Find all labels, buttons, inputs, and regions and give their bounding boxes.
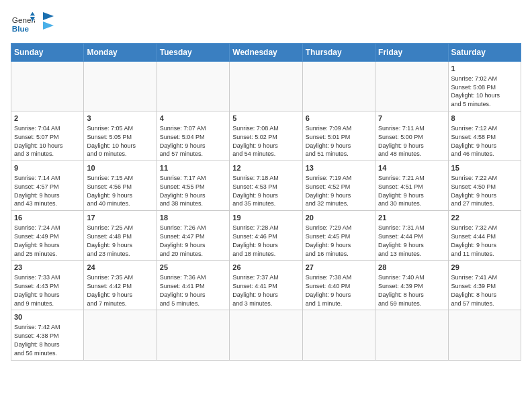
calendar-cell: 22Sunrise: 7:32 AM Sunset: 4:44 PM Dayli… (448, 211, 521, 261)
day-info: Sunrise: 7:11 AM Sunset: 5:00 PM Dayligh… (378, 125, 425, 157)
calendar-cell: 13Sunrise: 7:19 AM Sunset: 4:52 PM Dayli… (302, 161, 375, 211)
day-info: Sunrise: 7:18 AM Sunset: 4:53 PM Dayligh… (232, 175, 279, 207)
calendar-cell: 21Sunrise: 7:31 AM Sunset: 4:44 PM Dayli… (375, 211, 448, 261)
calendar-cell: 15Sunrise: 7:22 AM Sunset: 4:50 PM Dayli… (448, 161, 521, 211)
day-info: Sunrise: 7:33 AM Sunset: 4:43 PM Dayligh… (14, 274, 60, 306)
calendar-cell (230, 62, 302, 111)
calendar-cell: 16Sunrise: 7:24 AM Sunset: 4:49 PM Dayli… (11, 211, 84, 261)
weekday-header-monday: Monday (84, 44, 157, 62)
weekday-header-saturday: Saturday (448, 44, 521, 62)
calendar-cell (157, 310, 229, 360)
calendar-cell (84, 310, 157, 360)
calendar-cell (157, 62, 229, 111)
day-number: 18 (160, 213, 226, 223)
logo: General Blue (11, 11, 54, 35)
calendar-header-row: SundayMondayTuesdayWednesdayThursdayFrid… (11, 44, 521, 62)
calendar-cell: 26Sunrise: 7:37 AM Sunset: 4:41 PM Dayli… (230, 261, 302, 310)
svg-text:General: General (12, 15, 35, 24)
day-number: 3 (87, 113, 153, 124)
calendar-cell: 10Sunrise: 7:15 AM Sunset: 4:56 PM Dayli… (84, 161, 157, 211)
day-info: Sunrise: 7:08 AM Sunset: 5:02 PM Dayligh… (232, 125, 279, 157)
calendar-cell: 17Sunrise: 7:25 AM Sunset: 4:48 PM Dayli… (84, 211, 157, 261)
day-info: Sunrise: 7:42 AM Sunset: 4:38 PM Dayligh… (14, 324, 60, 356)
day-info: Sunrise: 7:07 AM Sunset: 5:04 PM Dayligh… (160, 125, 206, 157)
calendar-cell: 19Sunrise: 7:28 AM Sunset: 4:46 PM Dayli… (230, 211, 302, 261)
calendar-cell: 11Sunrise: 7:17 AM Sunset: 4:55 PM Dayli… (157, 161, 229, 211)
day-number: 17 (87, 213, 153, 223)
day-number: 14 (378, 163, 445, 173)
day-number: 4 (160, 113, 226, 124)
day-info: Sunrise: 7:32 AM Sunset: 4:44 PM Dayligh… (451, 224, 498, 257)
calendar-cell: 12Sunrise: 7:18 AM Sunset: 4:53 PM Dayli… (230, 161, 302, 211)
calendar-week-row: 16Sunrise: 7:24 AM Sunset: 4:49 PM Dayli… (11, 211, 521, 261)
calendar-cell: 1Sunrise: 7:02 AM Sunset: 5:08 PM Daylig… (448, 62, 521, 111)
day-number: 28 (378, 263, 445, 273)
calendar-cell: 25Sunrise: 7:36 AM Sunset: 4:41 PM Dayli… (157, 261, 229, 310)
calendar-cell (302, 62, 375, 111)
day-number: 16 (14, 213, 81, 223)
day-number: 7 (378, 113, 445, 124)
day-number: 26 (232, 263, 299, 273)
day-info: Sunrise: 7:21 AM Sunset: 4:51 PM Dayligh… (378, 175, 425, 207)
day-info: Sunrise: 7:15 AM Sunset: 4:56 PM Dayligh… (87, 175, 133, 207)
day-number: 23 (14, 263, 81, 273)
day-number: 22 (451, 213, 518, 223)
day-info: Sunrise: 7:37 AM Sunset: 4:41 PM Dayligh… (232, 274, 279, 306)
day-info: Sunrise: 7:05 AM Sunset: 5:05 PM Dayligh… (87, 125, 136, 157)
calendar-cell (375, 310, 448, 360)
day-info: Sunrise: 7:14 AM Sunset: 4:57 PM Dayligh… (14, 175, 60, 207)
calendar-cell (302, 310, 375, 360)
weekday-header-sunday: Sunday (11, 44, 84, 62)
calendar-cell: 29Sunrise: 7:41 AM Sunset: 4:39 PM Dayli… (448, 261, 521, 310)
weekday-header-wednesday: Wednesday (230, 44, 302, 62)
day-info: Sunrise: 7:26 AM Sunset: 4:47 PM Dayligh… (160, 224, 206, 257)
day-info: Sunrise: 7:25 AM Sunset: 4:48 PM Dayligh… (87, 224, 133, 257)
day-number: 1 (451, 64, 518, 74)
calendar-cell: 28Sunrise: 7:40 AM Sunset: 4:39 PM Dayli… (375, 261, 448, 310)
day-info: Sunrise: 7:28 AM Sunset: 4:46 PM Dayligh… (232, 224, 279, 257)
day-number: 30 (14, 312, 81, 322)
calendar-cell: 7Sunrise: 7:11 AM Sunset: 5:00 PM Daylig… (375, 111, 448, 161)
day-info: Sunrise: 7:12 AM Sunset: 4:58 PM Dayligh… (451, 125, 498, 157)
calendar-week-row: 2Sunrise: 7:04 AM Sunset: 5:07 PM Daylig… (11, 111, 521, 161)
day-info: Sunrise: 7:40 AM Sunset: 4:39 PM Dayligh… (378, 274, 425, 306)
day-info: Sunrise: 7:31 AM Sunset: 4:44 PM Dayligh… (378, 224, 425, 257)
calendar-cell: 2Sunrise: 7:04 AM Sunset: 5:07 PM Daylig… (11, 111, 84, 161)
day-number: 5 (232, 113, 299, 124)
calendar-cell: 8Sunrise: 7:12 AM Sunset: 4:58 PM Daylig… (448, 111, 521, 161)
day-info: Sunrise: 7:17 AM Sunset: 4:55 PM Dayligh… (160, 175, 206, 207)
day-number: 15 (451, 163, 518, 173)
day-number: 13 (306, 163, 372, 173)
calendar-cell (375, 62, 448, 111)
calendar-cell (11, 62, 84, 111)
calendar-cell: 27Sunrise: 7:38 AM Sunset: 4:40 PM Dayli… (302, 261, 375, 310)
day-number: 29 (451, 263, 518, 273)
day-info: Sunrise: 7:35 AM Sunset: 4:42 PM Dayligh… (87, 274, 133, 306)
calendar-cell: 14Sunrise: 7:21 AM Sunset: 4:51 PM Dayli… (375, 161, 448, 211)
calendar-week-row: 30Sunrise: 7:42 AM Sunset: 4:38 PM Dayli… (11, 310, 521, 360)
day-info: Sunrise: 7:04 AM Sunset: 5:07 PM Dayligh… (14, 125, 63, 157)
day-number: 11 (160, 163, 226, 173)
day-info: Sunrise: 7:09 AM Sunset: 5:01 PM Dayligh… (306, 125, 352, 157)
day-number: 19 (232, 213, 299, 223)
day-info: Sunrise: 7:24 AM Sunset: 4:49 PM Dayligh… (14, 224, 60, 257)
calendar-cell: 30Sunrise: 7:42 AM Sunset: 4:38 PM Dayli… (11, 310, 84, 360)
day-number: 6 (306, 113, 372, 124)
calendar-cell: 9Sunrise: 7:14 AM Sunset: 4:57 PM Daylig… (11, 161, 84, 211)
calendar-table: SundayMondayTuesdayWednesdayThursdayFrid… (11, 43, 521, 361)
page-header: General Blue (11, 11, 521, 35)
logo-flag-icon (42, 11, 54, 35)
day-info: Sunrise: 7:41 AM Sunset: 4:39 PM Dayligh… (451, 274, 498, 306)
day-number: 9 (14, 163, 81, 173)
calendar-cell: 4Sunrise: 7:07 AM Sunset: 5:04 PM Daylig… (157, 111, 229, 161)
calendar-cell (448, 310, 521, 360)
calendar-cell: 5Sunrise: 7:08 AM Sunset: 5:02 PM Daylig… (230, 111, 302, 161)
calendar-cell (230, 310, 302, 360)
day-number: 25 (160, 263, 226, 273)
calendar-week-row: 1Sunrise: 7:02 AM Sunset: 5:08 PM Daylig… (11, 62, 521, 111)
logo-icon: General Blue (11, 11, 35, 35)
calendar-week-row: 23Sunrise: 7:33 AM Sunset: 4:43 PM Dayli… (11, 261, 521, 310)
weekday-header-tuesday: Tuesday (157, 44, 229, 62)
day-number: 21 (378, 213, 445, 223)
day-info: Sunrise: 7:38 AM Sunset: 4:40 PM Dayligh… (306, 274, 352, 306)
